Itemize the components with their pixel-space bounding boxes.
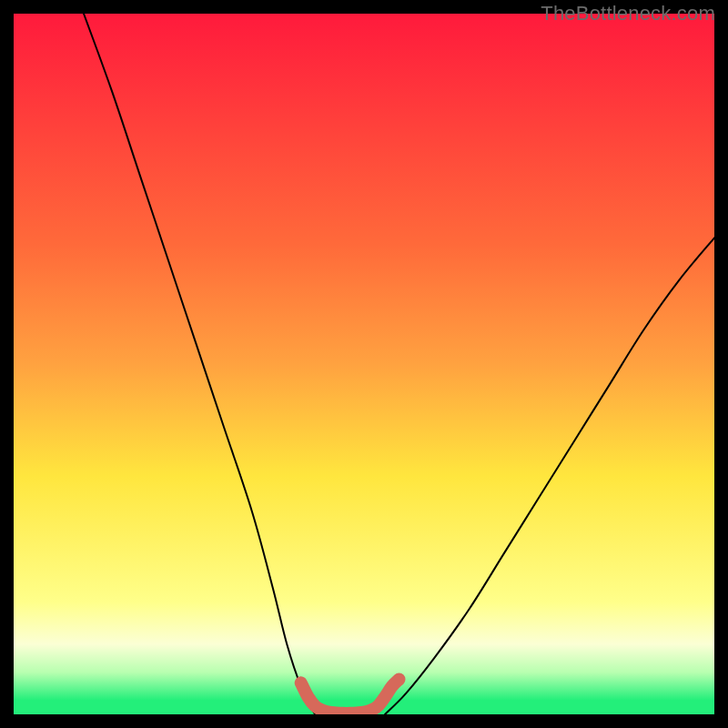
chart-frame: TheBottleneck.com — [0, 0, 728, 728]
watermark-text: TheBottleneck.com — [541, 2, 715, 25]
valley-accent — [301, 680, 399, 713]
curves-layer — [14, 14, 714, 714]
left-curve — [84, 14, 315, 714]
plot-area — [14, 14, 714, 714]
right-curve — [385, 238, 714, 714]
